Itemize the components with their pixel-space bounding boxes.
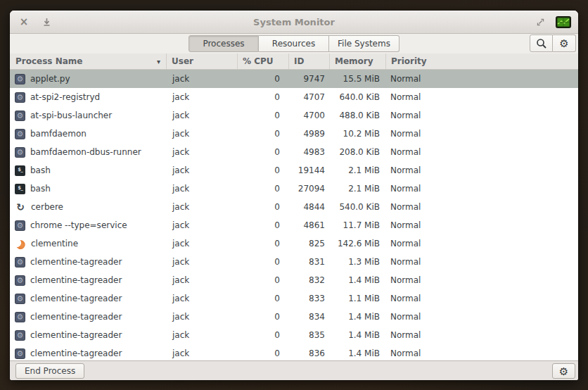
process-memory: 1.4 MiB xyxy=(329,275,385,285)
process-id: 836 xyxy=(288,348,329,358)
process-id: 832 xyxy=(288,275,329,285)
process-priority: Normal xyxy=(385,74,578,84)
process-cpu: 0 xyxy=(237,312,288,322)
process-row[interactable]: $_ bash jack 0 19144 2.1 MiB Normal xyxy=(10,161,578,180)
process-memory: 1.4 MiB xyxy=(329,330,385,340)
process-name: clementine-tagreader xyxy=(30,294,122,303)
process-memory: 142.6 MiB xyxy=(329,239,385,249)
app-monitor-icon xyxy=(556,16,571,28)
column-header-process-name[interactable]: Process Name ▾ xyxy=(10,54,166,69)
column-header-id[interactable]: ID xyxy=(288,54,329,69)
process-memory: 2.1 MiB xyxy=(329,184,385,194)
process-row[interactable]: ⚙ bamfdaemon jack 0 4989 10.2 MiB Normal xyxy=(10,125,578,143)
gear-app-icon: ⚙ xyxy=(15,92,25,103)
process-priority: Normal xyxy=(385,147,578,157)
footer-settings-button[interactable]: ⚙ xyxy=(552,363,575,379)
process-priority: Normal xyxy=(385,165,578,175)
process-row[interactable]: $_ bash jack 0 27094 2.1 MiB Normal xyxy=(10,180,578,198)
process-id: 833 xyxy=(288,294,329,303)
process-cpu: 0 xyxy=(237,129,288,139)
process-user: jack xyxy=(166,312,237,322)
orange-slice-icon xyxy=(13,238,27,249)
process-user: jack xyxy=(166,147,237,157)
search-button[interactable] xyxy=(530,34,553,52)
process-id: 4983 xyxy=(288,147,329,157)
resize-button[interactable] xyxy=(533,15,547,29)
process-id: 27094 xyxy=(288,184,329,194)
hide-button[interactable] xyxy=(39,15,53,29)
process-name: at-spi2-registryd xyxy=(30,92,100,102)
end-process-button[interactable]: End Process xyxy=(15,363,84,379)
column-header-memory[interactable]: Memory xyxy=(329,54,385,69)
process-user: jack xyxy=(166,92,237,102)
process-id: 4989 xyxy=(288,129,329,139)
process-name: clementine-tagreader xyxy=(30,348,122,358)
process-memory: 540.0 KiB xyxy=(329,202,385,212)
process-row[interactable]: ⚙ applet.py jack 0 9747 15.5 MiB Normal xyxy=(10,70,578,88)
window-title: System Monitor xyxy=(10,17,578,27)
gear-app-icon: ⚙ xyxy=(15,111,25,121)
process-row[interactable]: ⚙ chrome --type=service jack 0 4861 11.7… xyxy=(10,216,578,234)
gear-icon: ⚙ xyxy=(559,38,568,49)
tab-resources[interactable]: Resources xyxy=(259,35,329,52)
close-button[interactable]: × xyxy=(17,15,31,29)
gear-app-icon: ⚙ xyxy=(15,74,25,84)
process-table-body: ⚙ applet.py jack 0 9747 15.5 MiB Normal … xyxy=(10,70,578,360)
sort-descending-icon: ▾ xyxy=(157,58,166,65)
process-priority: Normal xyxy=(385,348,578,358)
process-cpu: 0 xyxy=(237,220,288,230)
gear-app-icon: ⚙ xyxy=(15,330,25,341)
process-id: 834 xyxy=(288,312,329,322)
process-user: jack xyxy=(166,330,237,340)
process-row[interactable]: ⚙ clementine-tagreader jack 0 836 1.4 Mi… xyxy=(10,344,578,360)
process-cpu: 0 xyxy=(237,257,288,267)
process-user: jack xyxy=(166,165,237,175)
process-id: 9747 xyxy=(288,74,329,84)
process-row[interactable]: ⚙ clementine-tagreader jack 0 832 1.4 Mi… xyxy=(10,271,578,289)
process-row[interactable]: ⚙ bamfdaemon-dbus-runner jack 0 4983 208… xyxy=(10,143,578,161)
process-row[interactable]: ⚙ at-spi2-registryd jack 0 4707 640.0 Ki… xyxy=(10,88,578,106)
gear-app-icon: ⚙ xyxy=(15,348,25,359)
process-memory: 15.5 MiB xyxy=(329,74,385,84)
column-header-priority[interactable]: Priority xyxy=(385,54,578,69)
gear-app-icon: ⚙ xyxy=(15,312,25,322)
gear-app-icon: ⚙ xyxy=(15,129,25,139)
process-cpu: 0 xyxy=(237,111,288,120)
process-priority: Normal xyxy=(385,111,578,120)
process-name: clementine-tagreader xyxy=(30,312,122,322)
process-user: jack xyxy=(166,74,237,84)
process-priority: Normal xyxy=(385,239,578,249)
process-name: bamfdaemon xyxy=(30,129,87,139)
process-priority: Normal xyxy=(385,275,578,285)
process-row[interactable]: ⚙ clementine-tagreader jack 0 833 1.1 Mi… xyxy=(10,289,578,308)
process-memory: 1.4 MiB xyxy=(329,312,385,322)
tab-file-systems[interactable]: File Systems xyxy=(329,35,400,52)
settings-button[interactable]: ⚙ xyxy=(553,34,576,52)
process-row[interactable]: ↻ cerbere jack 0 4844 540.0 KiB Normal xyxy=(10,198,578,216)
tab-processes[interactable]: Processes xyxy=(188,35,259,52)
process-row[interactable]: ⚙ clementine-tagreader jack 0 835 1.4 Mi… xyxy=(10,326,578,344)
process-row[interactable]: ⚙ clementine-tagreader jack 0 831 1.3 Mi… xyxy=(10,253,578,271)
process-cpu: 0 xyxy=(237,348,288,358)
process-row[interactable]: clementine jack 0 825 142.6 MiB Normal xyxy=(10,234,578,253)
process-priority: Normal xyxy=(385,220,578,230)
process-id: 19144 xyxy=(288,165,329,175)
process-priority: Normal xyxy=(385,92,578,102)
process-priority: Normal xyxy=(385,330,578,340)
system-monitor-window: × System Monitor xyxy=(10,11,578,380)
process-id: 825 xyxy=(288,239,329,249)
process-cpu: 0 xyxy=(237,294,288,303)
process-cpu: 0 xyxy=(237,165,288,175)
gear-app-icon: ⚙ xyxy=(15,275,25,286)
column-header-cpu[interactable]: % CPU xyxy=(237,54,288,69)
column-header-user[interactable]: User xyxy=(166,54,237,69)
process-user: jack xyxy=(166,257,237,267)
process-cpu: 0 xyxy=(237,92,288,102)
toolbar: ProcessesResourcesFile Systems ⚙ xyxy=(10,34,578,54)
process-row[interactable]: ⚙ at-spi-bus-launcher jack 0 4700 488.0 … xyxy=(10,106,578,125)
footer: End Process ⚙ xyxy=(10,360,578,380)
view-tabs: ProcessesResourcesFile Systems xyxy=(188,35,400,52)
process-row[interactable]: ⚙ clementine-tagreader jack 0 834 1.4 Mi… xyxy=(10,308,578,326)
titlebar[interactable]: × System Monitor xyxy=(10,11,578,34)
gear-app-icon: ⚙ xyxy=(15,294,25,304)
